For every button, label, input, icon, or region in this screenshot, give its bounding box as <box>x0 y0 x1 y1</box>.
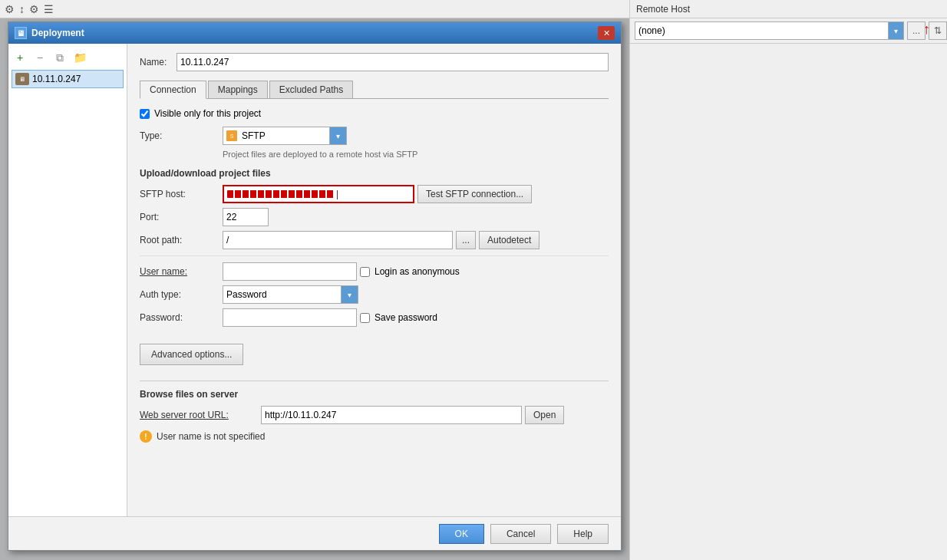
port-input[interactable] <box>223 208 269 226</box>
tab-connection[interactable]: Connection <box>140 81 206 99</box>
visible-checkbox-label[interactable]: Visible only for this project <box>154 108 261 119</box>
port-row: Port: <box>140 208 609 226</box>
auth-dropdown-button[interactable]: ▾ <box>342 285 358 304</box>
web-server-label: Web server root URL: <box>140 410 255 420</box>
username-row: User name: Login as anonymous <box>140 262 609 281</box>
login-anon-label[interactable]: Login as anonymous <box>375 266 460 277</box>
save-password-checkbox[interactable] <box>360 313 370 323</box>
auth-select-wrapper: Password ▾ <box>223 285 358 304</box>
dialog-title-icon: 🖥 <box>15 27 27 39</box>
toolbar-icon-1[interactable]: ⚙ <box>5 3 15 15</box>
dialog-body: + − ⧉ 📁 🖥 10.11.0.247 Name: Connection M… <box>8 44 621 516</box>
root-path-label: Root path: <box>140 235 216 245</box>
sftp-host-redacted-display: | <box>223 185 414 203</box>
autodetect-button[interactable]: Autodetect <box>479 231 539 249</box>
help-button[interactable]: Help <box>557 524 609 544</box>
ok-button[interactable]: OK <box>439 524 484 544</box>
remote-dropdown-wrapper: (none) ▾ <box>635 21 904 40</box>
remote-settings-button[interactable]: ⇅ <box>929 21 947 40</box>
visible-checkbox-row: Visible only for this project <box>140 108 609 119</box>
dialog-close-button[interactable]: ✕ <box>598 26 615 40</box>
sidebar-toolbar: + − ⧉ 📁 <box>12 50 124 65</box>
remote-host-header: Remote Host <box>630 0 947 18</box>
upload-section-header: Upload/download project files <box>140 168 609 179</box>
warning-icon: ! <box>140 430 152 443</box>
browse-section-header: Browse files on server <box>140 389 609 400</box>
remote-host-toolbar: (none) ▾ ... ⇅ <box>630 18 947 44</box>
username-input[interactable] <box>223 262 357 281</box>
content-area: Name: Connection Mappings Excluded Paths… <box>127 44 621 516</box>
redacted-host <box>227 190 335 198</box>
web-server-url-input[interactable] <box>261 406 522 424</box>
sftp-host-input-group: | Test SFTP connection... <box>223 185 532 203</box>
auth-type-row: Auth type: Password ▾ <box>140 285 609 304</box>
auth-type-value: Password <box>226 289 267 300</box>
root-path-input[interactable] <box>223 231 453 249</box>
remove-server-button[interactable]: − <box>31 50 48 65</box>
remote-host-panel: Remote Host (none) ▾ ... ⇅ ↑ <box>629 0 947 560</box>
type-value: SFTP <box>242 130 266 141</box>
titlebar-left: 🖥 Deployment <box>15 27 84 39</box>
password-label: Password: <box>140 312 216 323</box>
web-server-row: Web server root URL: Open <box>140 406 609 424</box>
cancel-button[interactable]: Cancel <box>490 524 551 544</box>
toolbar-icon-2[interactable]: ↕ <box>19 3 25 15</box>
save-password-label[interactable]: Save password <box>375 312 437 323</box>
server-list-item[interactable]: 🖥 10.11.0.247 <box>12 70 124 88</box>
web-server-input-group: Open <box>261 406 564 424</box>
login-anon-checkbox[interactable] <box>360 267 370 277</box>
type-select-wrapper: S SFTP ▾ <box>223 127 347 145</box>
add-server-button[interactable]: + <box>12 50 28 65</box>
root-path-row: Root path: ... Autodetect <box>140 231 609 249</box>
server-name: 10.11.0.247 <box>32 74 81 84</box>
copy-server-button[interactable]: ⧉ <box>51 50 68 65</box>
dialog-titlebar: 🖥 Deployment ✕ <box>8 22 621 44</box>
type-label: Type: <box>140 130 216 141</box>
sftp-host-row: SFTP host: | Test SFTP connection... <box>140 185 609 203</box>
red-arrow-indicator: ↑ <box>923 21 930 38</box>
dialog-title: Deployment <box>31 28 84 38</box>
remote-host-title: Remote Host <box>636 4 690 15</box>
server-icon: 🖥 <box>15 73 29 85</box>
name-input[interactable] <box>177 53 609 71</box>
toolbar-icon-3[interactable]: ⚙ <box>29 3 39 15</box>
tab-excluded-paths[interactable]: Excluded Paths <box>269 81 353 98</box>
anon-checkbox-row: Login as anonymous <box>360 262 460 281</box>
tab-mappings[interactable]: Mappings <box>208 81 268 98</box>
password-input-group: Save password <box>223 308 437 327</box>
advanced-options-button[interactable]: Advanced options... <box>140 344 243 365</box>
password-input[interactable] <box>223 308 357 327</box>
root-path-input-group: ... Autodetect <box>223 231 539 249</box>
name-row: Name: <box>140 53 609 71</box>
root-path-browse-button[interactable]: ... <box>456 231 476 249</box>
test-sftp-button[interactable]: Test SFTP connection... <box>417 185 532 203</box>
remote-host-none: (none) <box>638 25 665 36</box>
save-pw-row: Save password <box>360 308 437 327</box>
deployment-dialog: 🖥 Deployment ✕ + − ⧉ 📁 🖥 10.11.0.247 Nam… <box>8 21 622 551</box>
remote-host-dropdown-button[interactable]: ▾ <box>889 21 904 40</box>
top-toolbar: ⚙ ↕ ⚙ ☰ <box>0 0 629 18</box>
tabs: Connection Mappings Excluded Paths <box>140 81 609 99</box>
form-separator <box>140 255 609 256</box>
port-label: Port: <box>140 212 216 222</box>
auth-type-select[interactable]: Password <box>223 285 342 304</box>
username-input-group: Login as anonymous <box>223 262 460 281</box>
type-hint: Project files are deployed to a remote h… <box>146 150 609 159</box>
type-row: Type: S SFTP ▾ <box>140 127 609 145</box>
username-label: User name: <box>140 266 216 277</box>
remote-host-select[interactable]: (none) <box>635 21 889 40</box>
toolbar-icon-4[interactable]: ☰ <box>44 3 54 15</box>
sftp-host-label: SFTP host: <box>140 189 216 199</box>
type-select[interactable]: S SFTP <box>223 127 330 145</box>
warning-text: User name is not specified <box>157 431 265 442</box>
folder-button[interactable]: 📁 <box>71 50 88 65</box>
warning-row: ! User name is not specified <box>140 430 609 443</box>
auth-type-label: Auth type: <box>140 289 216 300</box>
dialog-footer: OK Cancel Help <box>8 516 621 550</box>
browse-section: Browse files on server Web server root U… <box>140 380 609 443</box>
type-dropdown-button[interactable]: ▾ <box>330 127 347 145</box>
name-label: Name: <box>140 57 170 68</box>
open-button[interactable]: Open <box>525 406 564 424</box>
visible-checkbox[interactable] <box>140 109 150 119</box>
sidebar: + − ⧉ 📁 🖥 10.11.0.247 <box>8 44 127 516</box>
